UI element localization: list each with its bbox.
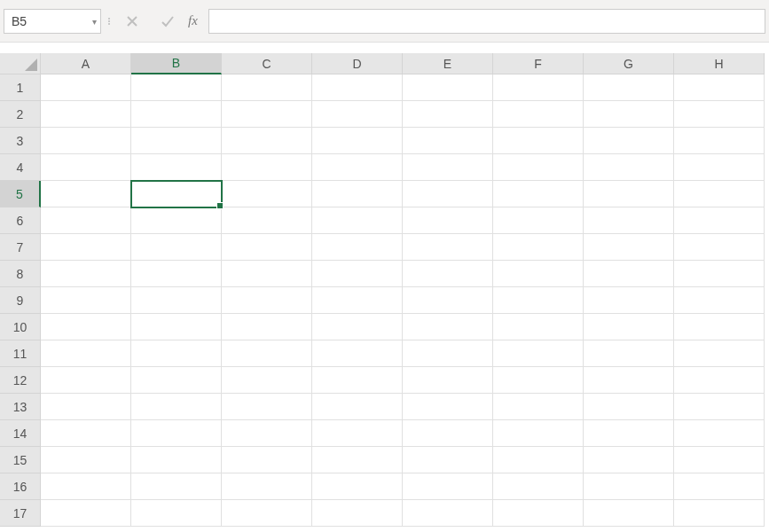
cell[interactable] <box>131 420 222 447</box>
cell[interactable] <box>584 181 674 207</box>
cell[interactable] <box>312 74 403 101</box>
cell[interactable] <box>312 340 403 367</box>
cell[interactable] <box>403 101 493 128</box>
cell[interactable] <box>41 473 131 500</box>
cell[interactable] <box>584 74 674 101</box>
cell[interactable] <box>41 154 131 181</box>
cell[interactable] <box>674 128 765 154</box>
cell[interactable] <box>674 340 765 367</box>
cell[interactable] <box>674 261 765 287</box>
cell[interactable] <box>674 234 765 261</box>
cell[interactable] <box>584 234 674 261</box>
cell[interactable] <box>584 261 674 287</box>
column-header[interactable]: D <box>312 53 403 74</box>
cell[interactable] <box>403 367 493 394</box>
row-header[interactable]: 11 <box>0 340 41 367</box>
row-header[interactable]: 3 <box>0 128 41 154</box>
cell[interactable] <box>312 420 403 447</box>
cell[interactable] <box>674 207 765 234</box>
cell[interactable] <box>674 420 765 447</box>
cell[interactable] <box>312 473 403 500</box>
cell[interactable] <box>222 154 312 181</box>
cell[interactable] <box>493 473 584 500</box>
cell[interactable] <box>312 101 403 128</box>
cell[interactable] <box>493 287 584 314</box>
cell[interactable] <box>584 420 674 447</box>
cell[interactable] <box>222 500 312 527</box>
cell[interactable] <box>403 473 493 500</box>
cell[interactable] <box>131 500 222 527</box>
cell[interactable] <box>493 447 584 473</box>
cell[interactable] <box>493 420 584 447</box>
column-header[interactable]: F <box>493 53 584 74</box>
select-all-button[interactable] <box>0 53 41 74</box>
cell[interactable] <box>674 367 765 394</box>
row-header[interactable]: 5 <box>0 181 41 207</box>
cell[interactable] <box>131 367 222 394</box>
cell[interactable] <box>493 340 584 367</box>
cell[interactable] <box>493 128 584 154</box>
cell[interactable] <box>584 101 674 128</box>
row-header[interactable]: 13 <box>0 394 41 420</box>
cell[interactable] <box>584 367 674 394</box>
cell[interactable] <box>493 74 584 101</box>
cell[interactable] <box>403 234 493 261</box>
cell[interactable] <box>493 314 584 340</box>
cell[interactable] <box>493 394 584 420</box>
cell[interactable] <box>403 340 493 367</box>
cell[interactable] <box>222 447 312 473</box>
row-header[interactable]: 12 <box>0 367 41 394</box>
cell[interactable] <box>674 314 765 340</box>
cell[interactable] <box>312 154 403 181</box>
cell[interactable] <box>403 447 493 473</box>
cell[interactable] <box>584 340 674 367</box>
cell[interactable] <box>41 367 131 394</box>
cell[interactable] <box>312 394 403 420</box>
cell[interactable] <box>403 314 493 340</box>
cell[interactable] <box>131 154 222 181</box>
cell[interactable] <box>222 128 312 154</box>
chevron-down-icon[interactable]: ▾ <box>92 16 97 26</box>
cell[interactable] <box>312 234 403 261</box>
cell[interactable] <box>403 261 493 287</box>
cell[interactable] <box>131 128 222 154</box>
cell[interactable] <box>222 420 312 447</box>
cell[interactable] <box>674 181 765 207</box>
insert-function-button[interactable]: fx <box>188 13 203 28</box>
cell[interactable] <box>403 154 493 181</box>
row-header[interactable]: 10 <box>0 314 41 340</box>
cell[interactable] <box>41 500 131 527</box>
cell[interactable] <box>41 340 131 367</box>
cell[interactable] <box>403 394 493 420</box>
cell[interactable] <box>312 500 403 527</box>
cell[interactable] <box>131 74 222 101</box>
cell[interactable] <box>312 367 403 394</box>
cell[interactable] <box>493 101 584 128</box>
column-header[interactable]: G <box>584 53 674 74</box>
cell[interactable] <box>41 207 131 234</box>
row-header[interactable]: 7 <box>0 234 41 261</box>
row-header[interactable]: 15 <box>0 447 41 473</box>
cell[interactable] <box>222 234 312 261</box>
row-header[interactable]: 16 <box>0 473 41 500</box>
cell[interactable] <box>493 261 584 287</box>
cell[interactable] <box>222 367 312 394</box>
cell[interactable] <box>493 154 584 181</box>
cell[interactable] <box>131 394 222 420</box>
cell[interactable] <box>584 314 674 340</box>
cell[interactable] <box>41 101 131 128</box>
cell[interactable] <box>312 261 403 287</box>
cell[interactable] <box>584 473 674 500</box>
column-header[interactable]: H <box>674 53 765 74</box>
row-header[interactable]: 4 <box>0 154 41 181</box>
row-header[interactable]: 14 <box>0 420 41 447</box>
cell[interactable] <box>584 500 674 527</box>
cell[interactable] <box>131 207 222 234</box>
row-header[interactable]: 2 <box>0 101 41 128</box>
cell[interactable] <box>41 394 131 420</box>
cell[interactable] <box>674 447 765 473</box>
cell[interactable] <box>493 500 584 527</box>
cell[interactable] <box>674 74 765 101</box>
cell[interactable] <box>312 181 403 207</box>
formula-input[interactable] <box>208 9 765 34</box>
